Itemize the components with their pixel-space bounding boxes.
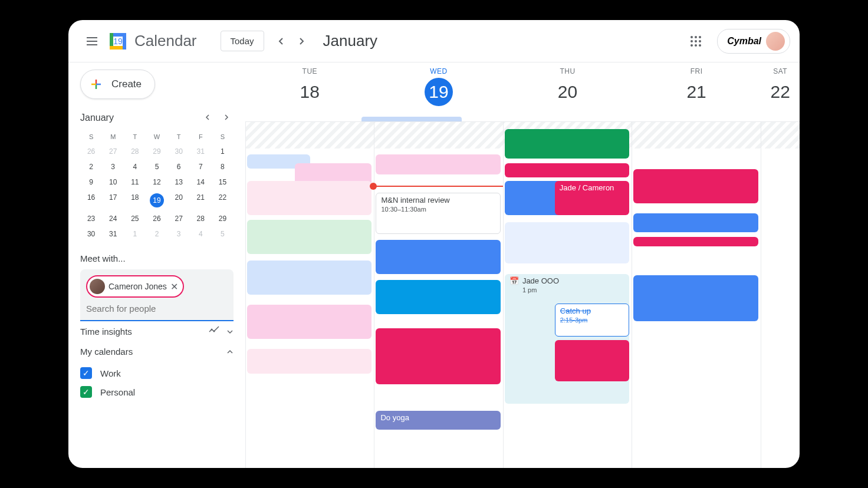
event-block[interactable] (376, 280, 500, 314)
event-block[interactable] (247, 349, 371, 374)
mini-cal-day[interactable]: 30 (80, 226, 102, 242)
mini-cal-day[interactable]: 16 (80, 190, 102, 211)
mini-cal-day[interactable]: 26 (146, 211, 167, 226)
calendar-item-personal[interactable]: ✓ Personal (80, 383, 234, 401)
mini-cal-day[interactable]: 15 (212, 174, 234, 190)
event-block[interactable] (376, 154, 500, 174)
mini-cal-day[interactable]: 5 (146, 159, 167, 174)
calendar-list: ✓ Work ✓ Personal (80, 361, 234, 404)
mini-cal-day[interactable]: 25 (124, 211, 146, 226)
mini-cal-day[interactable]: 22 (212, 190, 234, 211)
event-block[interactable] (505, 222, 629, 263)
event-block[interactable] (633, 275, 758, 321)
today-button[interactable]: Today (221, 31, 264, 51)
my-calendars-row[interactable]: My calendars (80, 341, 234, 361)
mini-cal-dow: W (146, 130, 167, 144)
mini-cal-day[interactable]: 8 (212, 159, 234, 174)
mini-cal-day[interactable]: 23 (80, 211, 102, 226)
mini-cal-day[interactable]: 26 (80, 144, 102, 159)
svg-point-3 (213, 331, 215, 332)
event-block[interactable] (505, 129, 629, 159)
event-block[interactable] (505, 163, 629, 177)
day-column-thu[interactable]: Jade / Cameron 📅 Jade OOO 1 pm (503, 122, 632, 468)
next-period-button[interactable] (292, 32, 311, 51)
event-block[interactable] (247, 305, 371, 339)
create-button[interactable]: Create (80, 70, 155, 99)
mini-cal-next-button[interactable] (219, 111, 234, 125)
mini-calendar-grid[interactable]: SMTWTFS262728293031123456789101112131415… (80, 130, 234, 242)
mini-cal-day[interactable]: 11 (124, 174, 146, 190)
mini-cal-day[interactable]: 5 (212, 226, 234, 242)
mini-cal-day[interactable]: 14 (190, 174, 212, 190)
event-block[interactable] (376, 328, 500, 384)
mini-cal-day[interactable]: 27 (168, 211, 190, 226)
mini-cal-day[interactable]: 18 (124, 190, 146, 211)
prev-period-button[interactable] (271, 32, 290, 51)
calendar-item-work[interactable]: ✓ Work (80, 364, 234, 383)
mini-cal-day[interactable]: 9 (80, 174, 102, 190)
mini-cal-day[interactable]: 31 (102, 226, 124, 242)
mini-cal-day[interactable]: 19 (146, 190, 167, 211)
day-column-sat[interactable] (761, 122, 800, 468)
event-block[interactable] (555, 340, 629, 381)
mini-cal-day[interactable]: 3 (168, 226, 190, 242)
mini-cal-day[interactable]: 27 (102, 144, 124, 159)
mini-cal-day[interactable]: 6 (168, 159, 190, 174)
day-column-tue[interactable] (245, 122, 374, 468)
event-internal-review[interactable]: M&N internal review 10:30–11:30am (376, 193, 500, 234)
mini-cal-day[interactable]: 2 (146, 226, 167, 242)
main-menu-icon[interactable] (78, 27, 106, 55)
checkbox-checked-icon[interactable]: ✓ (80, 386, 92, 398)
google-apps-icon[interactable] (684, 29, 708, 53)
mini-cal-day[interactable]: 13 (168, 174, 190, 190)
mini-cal-day[interactable]: 1 (124, 226, 146, 242)
mini-cal-day[interactable]: 30 (168, 144, 190, 159)
event-block[interactable] (247, 261, 371, 295)
event-block[interactable] (376, 240, 500, 274)
mini-cal-day[interactable]: 2 (80, 159, 102, 174)
event-do-yoga[interactable]: Do yoga (376, 411, 500, 430)
mini-cal-day[interactable]: 10 (102, 174, 124, 190)
mini-cal-day[interactable]: 17 (102, 190, 124, 211)
mini-cal-day[interactable]: 29 (146, 144, 167, 159)
time-insights-row[interactable]: Time insights (80, 321, 234, 341)
person-chip[interactable]: Cameron Jones ✕ (86, 275, 184, 298)
mini-cal-day[interactable]: 28 (124, 144, 146, 159)
mini-cal-day[interactable]: 28 (190, 211, 212, 226)
event-block[interactable] (633, 237, 758, 246)
checkbox-checked-icon[interactable]: ✓ (80, 367, 92, 379)
mini-cal-day[interactable]: 3 (102, 159, 124, 174)
mini-cal-day[interactable]: 20 (168, 190, 190, 211)
day-column-fri[interactable] (632, 122, 760, 468)
event-catch-up[interactable]: Catch up 2:15-3pm (555, 304, 629, 337)
event-block[interactable] (247, 181, 371, 215)
mini-cal-day[interactable]: 7 (190, 159, 212, 174)
day-header[interactable]: WED19 (374, 62, 504, 121)
mini-cal-prev-button[interactable] (200, 111, 215, 125)
mini-cal-day[interactable]: 31 (190, 144, 212, 159)
mini-cal-day[interactable]: 4 (190, 226, 212, 242)
mini-cal-day[interactable]: 12 (146, 174, 167, 190)
account-badge[interactable]: Cymbal (717, 29, 790, 54)
mini-cal-day[interactable]: 4 (124, 159, 146, 174)
search-people-input[interactable] (86, 298, 228, 314)
event-block[interactable] (633, 169, 758, 203)
mini-cal-day[interactable]: 1 (212, 144, 234, 159)
mini-cal-dow: S (80, 130, 102, 144)
event-jade-cameron[interactable]: Jade / Cameron (555, 181, 629, 215)
event-block[interactable] (247, 220, 371, 254)
mini-cal-day[interactable]: 24 (102, 211, 124, 226)
app-title: Calendar (134, 32, 197, 50)
day-header[interactable]: SAT22 (761, 62, 800, 121)
day-header[interactable]: FRI21 (632, 62, 761, 121)
day-column-wed[interactable]: M&N internal review 10:30–11:30am Do yog… (374, 122, 502, 468)
now-indicator (373, 186, 502, 187)
mini-cal-day[interactable]: 21 (190, 190, 212, 211)
event-jade-ooo[interactable]: 📅 Jade OOO 1 pm (505, 274, 629, 404)
event-block[interactable] (633, 213, 758, 232)
day-of-week-label: THU (503, 67, 632, 75)
day-header[interactable]: TUE18 (245, 62, 374, 121)
day-header[interactable]: THU20 (503, 62, 632, 121)
mini-cal-day[interactable]: 29 (212, 211, 234, 226)
chip-remove-icon[interactable]: ✕ (170, 281, 178, 292)
